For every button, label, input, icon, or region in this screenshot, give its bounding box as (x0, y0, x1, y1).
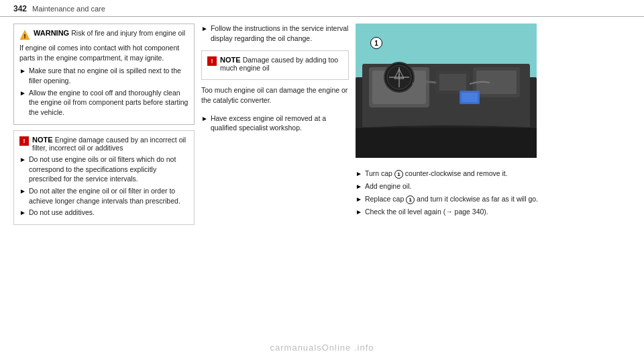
note-box-too-much-oil: ! NOTE Damage caused by adding too much … (201, 50, 349, 80)
bullet-item: ► Allow the engine to cool off and thoro… (19, 88, 189, 118)
watermark: carmanualsOnline .info (270, 343, 374, 353)
svg-text:!: ! (398, 73, 400, 78)
warning-box: ! WARNING Risk of fire and injury from e… (13, 24, 195, 125)
warning-body: If engine oil comes into contact with ho… (19, 43, 189, 62)
bullet-item: ► Have excess engine oil removed at a qu… (201, 114, 349, 133)
right-instructions-list: ► Turn cap 1 counter-clockwise and remov… (356, 169, 631, 220)
bullet-text: Do not use additives. (29, 208, 95, 218)
inline-badge-2: 1 (406, 195, 415, 204)
image-badge-1: 1 (370, 37, 382, 49)
bullet-text: Do not use engine oils or oil filters wh… (29, 154, 189, 184)
svg-rect-14 (439, 74, 466, 91)
instruction-item-2: ► Add engine oil. (356, 181, 631, 191)
bullet-text: Follow the instructions in the service i… (211, 24, 349, 43)
bullet-arrow-icon: ► (201, 24, 208, 34)
bullet-arrow-icon: ► (19, 155, 26, 165)
right-column: ! 1 ► Turn cap (356, 24, 631, 349)
bullet-item: ► Make sure that no engine oil is spille… (19, 66, 189, 85)
arrow-right-icon (445, 208, 453, 216)
bullet-item: ► Do not use engine oils or oil filters … (19, 154, 189, 184)
svg-text:!: ! (24, 33, 26, 40)
page-title: Maintenance and care (32, 5, 105, 13)
note2-label-group: NOTE Damage caused by adding too much en… (220, 56, 343, 72)
warning-bullets: ► Make sure that no engine oil is spille… (19, 66, 189, 117)
bullet-arrow-icon: ► (19, 187, 26, 196)
bullet-text: Make sure that no engine oil is spilled … (29, 66, 189, 85)
inline-badge-1: 1 (394, 170, 403, 179)
bullet-arrow-icon: ► (356, 182, 362, 191)
bullet-arrow-icon: ► (19, 89, 26, 98)
note-heading-text: Engine damage caused by an incorrect oil… (32, 136, 186, 152)
left-column: ! WARNING Risk of fire and injury from e… (13, 24, 195, 349)
bullet-arrow-icon: ► (356, 169, 362, 179)
instruction-item-1: ► Turn cap 1 counter-clockwise and remov… (356, 169, 631, 179)
page-header: 342 Maintenance and care (0, 0, 644, 17)
warning-header: ! WARNING Risk of fire and injury from e… (19, 29, 189, 40)
svg-rect-18 (462, 93, 478, 102)
note-header: ! NOTE Engine damage caused by an incorr… (19, 136, 189, 152)
bullet-text: Do not alter the engine oil or oil filte… (29, 186, 189, 206)
engine-bay-svg: ! (356, 24, 537, 158)
main-content: ! WARNING Risk of fire and injury from e… (0, 17, 644, 356)
instruction-text-1: Turn cap 1 counter-clockwise and remove … (365, 169, 508, 179)
bullet-text: Allow the engine to cool off and thoroug… (29, 88, 189, 118)
car-image: ! 1 (356, 24, 537, 158)
warning-triangle-icon: ! (19, 30, 30, 40)
note-icon-2: ! (207, 56, 217, 66)
bullet-item: ► Do not use additives. (19, 208, 189, 218)
instruction-item-4: ► Check the oil level again ( page 340). (356, 207, 631, 217)
note-icon: ! (19, 136, 29, 146)
bullet-item: ► Do not alter the engine oil or oil fil… (19, 186, 189, 206)
bullet-arrow-icon: ► (19, 66, 26, 76)
bullet-arrow-icon: ► (19, 208, 26, 218)
warning-heading-text: Risk of fire and injury from engine oil (71, 29, 185, 37)
bullet-arrow-icon: ► (356, 195, 362, 204)
note2-header: ! NOTE Damage caused by adding too much … (207, 56, 343, 72)
instruction-item-3: ► Replace cap 1 and turn it clockwise as… (356, 194, 631, 204)
instruction-text-4: Check the oil level again ( page 340). (365, 207, 488, 217)
note-box-engine-damage: ! NOTE Engine damage caused by an incorr… (13, 130, 195, 225)
warning-label: WARNING Risk of fire and injury from eng… (34, 29, 185, 37)
middle-bullets-top: ► Follow the instructions in the service… (201, 24, 349, 45)
bullet-item: ► Follow the instructions in the service… (201, 24, 349, 43)
bullet-arrow-icon: ► (201, 114, 208, 124)
page-number: 342 (13, 4, 27, 13)
note-label-group: NOTE Engine damage caused by an incorrec… (32, 136, 189, 152)
note-bullets: ► Do not use engine oils or oil filters … (19, 154, 189, 218)
too-much-oil-body: Too much engine oil can damage the engin… (201, 85, 349, 105)
instruction-text-3: Replace cap 1 and turn it clockwise as f… (365, 194, 538, 204)
middle-bullets-bottom: ► Have excess engine oil removed at a qu… (201, 114, 349, 135)
svg-rect-19 (356, 128, 537, 158)
bullet-arrow-icon: ► (356, 208, 362, 217)
bullet-text: Have excess engine oil removed at a qual… (211, 114, 349, 133)
middle-column: ► Follow the instructions in the service… (201, 24, 349, 349)
instruction-text-2: Add engine oil. (365, 181, 411, 191)
